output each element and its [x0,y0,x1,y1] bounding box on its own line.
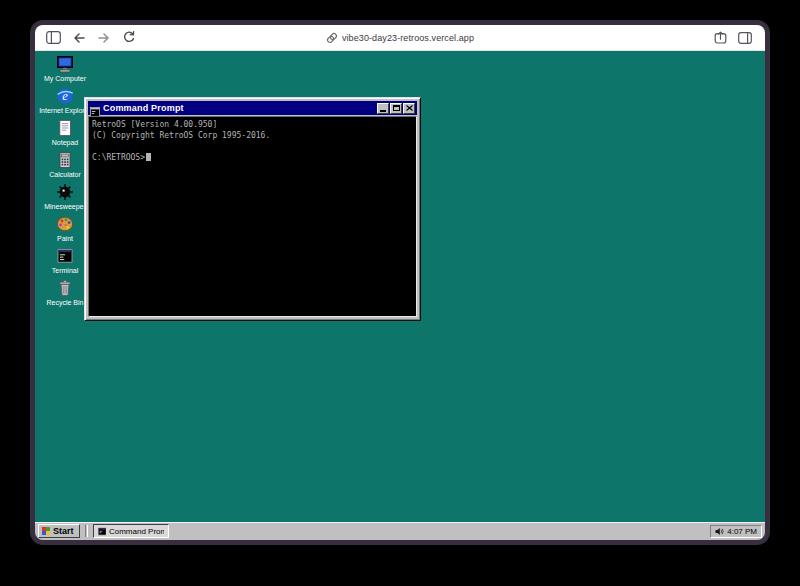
internet-explorer-icon: e [55,86,75,106]
my-computer-icon [55,54,75,74]
terminal-icon [55,246,75,266]
notepad-icon [55,118,75,138]
calculator-icon [55,150,75,170]
start-label: Start [53,526,74,536]
share-icon[interactable] [714,31,727,44]
close-icon [406,105,413,111]
terminal-output[interactable]: RetroOS [Version 4.00.950] (C) Copyright… [88,116,417,317]
browser-window: vibe30-day23-retroos.vercel.app My Compu… [30,20,770,545]
task-terminal-icon [98,527,106,536]
speaker-icon [715,527,724,536]
command-prompt-titlebar-icon [90,103,100,113]
recycle-bin-icon [55,278,75,298]
terminal-blank-line [92,141,413,152]
url-text: vibe30-day23-retroos.vercel.app [342,33,474,43]
desktop-icon-label: Minesweeper [44,203,86,211]
command-prompt-window[interactable]: Command Prompt RetroOS [Version 4.00.950… [84,97,421,321]
desktop-icon-label: Calculator [49,171,81,179]
minimize-button[interactable] [377,103,389,114]
terminal-line-copyright: (C) Copyright RetroOS Corp 1995-2016. [92,130,413,141]
paint-icon [55,214,75,234]
taskbar-divider [85,525,88,537]
close-button[interactable] [403,103,415,114]
minimize-icon [380,110,386,112]
terminal-cursor [146,153,151,161]
link-icon [326,32,338,44]
start-button[interactable]: Start [38,524,80,538]
desktop-icon-label: Paint [57,235,73,243]
task-button-label: Command Prompt [109,527,164,536]
minesweeper-icon [55,182,75,202]
start-logo-icon [42,527,50,535]
maximize-icon [393,105,400,111]
window-controls [377,103,415,114]
address-bar[interactable]: vibe30-day23-retroos.vercel.app [35,25,765,50]
reload-icon[interactable] [122,31,135,44]
back-icon[interactable] [72,32,86,44]
terminal-line-version: RetroOS [Version 4.00.950] [92,119,413,130]
maximize-button[interactable] [390,103,402,114]
desktop-icon-label: Terminal [52,267,78,275]
terminal-prompt-line: C:\RETROOS> [92,152,413,163]
system-tray[interactable]: 4:07 PM [710,525,762,538]
desktop-icon-label: Recycle Bin [47,299,84,307]
forward-icon[interactable] [97,32,111,44]
desktop-icon-label: My Computer [44,75,86,83]
browser-toolbar: vibe30-day23-retroos.vercel.app [35,25,765,51]
tabs-icon[interactable] [738,32,752,44]
command-prompt-titlebar[interactable]: Command Prompt [88,101,417,115]
task-button-command-prompt[interactable]: Command Prompt [93,524,169,538]
sidebar-toggle-icon[interactable] [46,31,61,44]
taskbar-clock: 4:07 PM [727,527,757,536]
desktop: My Computer e Internet Explorer Notepad … [35,51,765,540]
desktop-icon-my-computer[interactable]: My Computer [37,54,93,83]
terminal-prompt: C:\RETROOS> [92,153,145,162]
taskbar: Start Command Prompt 4:07 PM [35,522,765,540]
desktop-icon-label: Notepad [52,139,78,147]
window-title: Command Prompt [103,103,377,113]
